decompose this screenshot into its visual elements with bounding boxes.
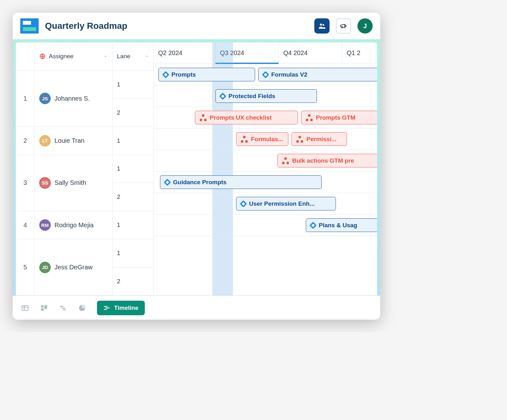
timeline-bar[interactable]: Formulas V2 [258,68,377,81]
svg-point-0 [320,23,322,26]
lane-cell[interactable]: 1 [112,155,154,183]
view-gantt-icon[interactable] [59,304,67,312]
assignee-cell[interactable]: JD Jess DeGraw [35,239,112,296]
lane-cell[interactable]: 2 [112,183,154,211]
assignee-cell[interactable]: JS Johannes S. [35,71,112,127]
assignee-name: Johannes S. [55,95,90,102]
timeline-bar[interactable]: Plans & Usag [306,218,377,232]
timeline[interactable]: Q2 2024Q3 2024Q4 2024Q1 2PromptsFormulas… [154,42,377,296]
person-avatar: RM [39,219,51,231]
cluster-icon [296,136,303,143]
view-board-icon[interactable] [40,304,48,312]
timeline-bar[interactable]: Formulas... [236,132,288,146]
share-button[interactable] [314,18,330,34]
bar-label: Guidance Prompts [173,179,227,186]
timeline-bar[interactable]: Prompts GTM [301,111,377,124]
topbar: Quarterly Roadmap J [13,13,380,39]
rownum: 4 [16,211,35,239]
rownum: 1 [16,71,35,127]
view-chart-icon[interactable] [78,304,86,312]
avatar-initial: J [363,22,367,30]
timeline-rows: PromptsFormulas V2Protected FieldsPrompt… [154,64,377,236]
cluster-icon [241,136,248,143]
bar-label: Permissi... [306,136,337,143]
assignee-label: Assignee [49,53,74,60]
bar-label: Formulas V2 [271,71,307,78]
globe-icon [39,53,46,60]
rownum: 2 [16,127,35,155]
app-logo[interactable] [20,18,39,34]
timeline-row: Protected Fields [154,85,377,107]
view-timeline-button[interactable]: Timeline [97,301,145,315]
assignee-cell[interactable]: SS Sally Smith [35,155,112,211]
person-avatar: SS [39,177,51,189]
sheet: Assignee Lane Q2 2024Q3 2024Q4 2024Q1 2P… [16,42,377,296]
cluster-icon [306,114,313,121]
timeline-bar[interactable]: Guidance Prompts [160,175,322,189]
diamond-icon [262,71,269,78]
quarter-Q1-2[interactable]: Q1 2 [342,42,377,64]
timeline-icon [103,304,110,311]
bar-label: Plans & Usag [319,222,357,229]
person-avatar: JD [39,262,51,273]
rownum-header [16,42,35,71]
svg-rect-9 [63,309,66,310]
assignee-name: Sally Smith [55,179,86,186]
view-table-icon[interactable] [21,304,29,312]
assignee-name: Rodrigo Mejia [55,222,93,229]
lane-cell[interactable]: 1 [112,211,154,239]
quarter-Q4-2024[interactable]: Q4 2024 [279,42,342,64]
diamond-icon [162,71,170,78]
cluster-icon [282,157,289,164]
lane-cell[interactable]: 1 [112,71,154,99]
app-window: Quarterly Roadmap J Assignee Lane Q2 202… [13,13,380,320]
svg-rect-7 [60,306,63,307]
announce-button[interactable] [336,18,351,34]
svg-rect-6 [41,308,44,311]
lane-cell[interactable]: 1 [112,239,154,267]
diamond-icon [240,200,247,207]
lane-cell[interactable]: 2 [112,267,154,296]
sheet-area: Assignee Lane Q2 2024Q3 2024Q4 2024Q1 2P… [13,39,380,296]
bar-label: Protected Fields [228,93,275,100]
svg-rect-8 [62,307,65,308]
timeline-bar[interactable]: Prompts UX checklist [195,111,298,124]
assignee-header[interactable]: Assignee [35,42,112,71]
assignee-cell[interactable]: LT Louie Tran [35,127,112,155]
svg-rect-4 [41,305,44,308]
bar-label: Prompts UX checklist [210,114,272,121]
assignee-name: Jess DeGraw [55,264,93,271]
lane-cell[interactable]: 1 [112,127,154,155]
timeline-row: Plans & Usag [154,215,377,236]
timeline-row: Formulas...Permissi... [154,129,377,150]
lane-label: Lane [117,53,130,60]
lane-cell[interactable]: 2 [112,99,154,127]
people-icon [318,22,326,30]
lane-header[interactable]: Lane [112,42,154,71]
timeline-row: PromptsFormulas V2 [154,64,377,85]
person-avatar: LT [39,135,51,147]
rownum: 3 [16,155,35,211]
user-avatar[interactable]: J [357,18,373,34]
timeline-bar[interactable]: Bulk actions GTM pre [277,154,377,167]
assignee-cell[interactable]: RM Rodrigo Mejia [35,211,112,239]
svg-point-1 [323,24,324,26]
cluster-icon [200,114,207,121]
svg-rect-3 [22,305,28,310]
timeline-bar[interactable]: Permissi... [292,132,347,146]
diamond-icon [310,222,317,229]
bar-label: User Permission Enh... [249,200,315,207]
page-title: Quarterly Roadmap [45,21,127,31]
timeline-bar[interactable]: User Permission Enh... [236,197,336,210]
timeline-bar[interactable]: Prompts [158,68,255,81]
diamond-icon [164,179,171,186]
chevron-down-icon [144,54,149,59]
timeline-bar[interactable]: Protected Fields [215,89,317,103]
svg-rect-5 [44,305,47,309]
quarter-Q2-2024[interactable]: Q2 2024 [154,42,215,64]
bar-label: Prompts GTM [316,114,356,121]
assignee-name: Louie Tran [55,137,85,144]
megaphone-icon [340,22,347,30]
timeline-row: User Permission Enh... [154,193,377,215]
chevron-down-icon [103,54,108,59]
